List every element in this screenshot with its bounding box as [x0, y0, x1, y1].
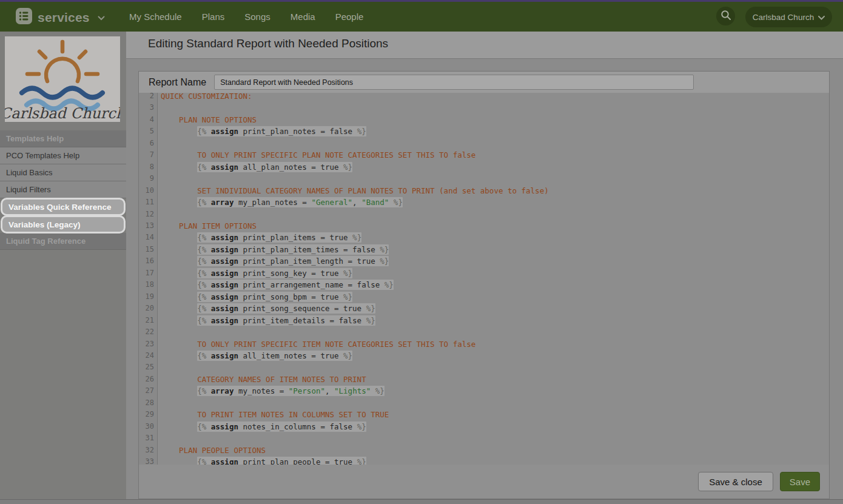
line-number: 12: [139, 209, 158, 220]
report-panel: Report Name 2QUICK CUSTOMIZATION:34 PLAN…: [138, 71, 830, 499]
code-line: 7 TO ONLY PRINT SPECIFIC PLAN NOTE CATEG…: [139, 149, 829, 161]
code-text: SET INDIVIDUAL CATEGORY NAMES OF PLAN NO…: [158, 185, 549, 197]
save-and-close-button[interactable]: Save & close: [698, 472, 773, 491]
sidebar-menu: Templates HelpPCO Templates HelpLiquid B…: [0, 130, 126, 250]
brand[interactable]: services: [16, 8, 105, 27]
code-line: 23 TO ONLY PRINT SPECIFIC ITEM NOTE CATE…: [139, 338, 829, 350]
report-name-input[interactable]: [214, 75, 694, 90]
search-button[interactable]: [716, 7, 735, 25]
code-line: 15 {% assign print_plan_item_times = fal…: [139, 244, 829, 255]
code-text: {% assign print_song_sequence = true %}: [158, 303, 375, 314]
line-number: 11: [139, 197, 158, 208]
code-line: 20 {% assign print_song_sequence = true …: [139, 303, 829, 314]
code-text: {% assign print_song_bpm = true %}: [158, 291, 352, 303]
code-line: 2QUICK CUSTOMIZATION:: [139, 93, 829, 102]
code-line: 28: [139, 397, 829, 409]
church-logo: Carlsbad Church: [5, 36, 120, 122]
sidebar-item-liquid-basics[interactable]: Liquid Basics: [0, 164, 126, 181]
code-text: {% array my_plan_notes = "General", "Ban…: [158, 197, 403, 208]
code-line: 8 {% assign all_plan_notes = true %}: [139, 161, 829, 173]
services-list-icon: [16, 8, 32, 27]
code-line: 32 PLAN PEOPLE OPTIONS: [139, 445, 829, 456]
code-text: [158, 432, 161, 444]
line-number: 18: [139, 279, 158, 291]
report-name-bar: Report Name: [139, 72, 829, 93]
code-text: [158, 138, 161, 149]
line-number: 3: [139, 102, 158, 113]
line-number: 8: [139, 161, 158, 173]
code-text: {% array my_notes = "Person", "Lights" %…: [158, 385, 385, 397]
code-line: 16 {% assign print_plan_item_length = tr…: [139, 255, 829, 267]
code-text: [158, 397, 161, 409]
nav-item-media[interactable]: Media: [291, 12, 315, 22]
line-number: 10: [139, 185, 158, 197]
sidebar: Carlsbad Church Templates HelpPCO Templa…: [0, 32, 126, 504]
code-line: 17 {% assign print_song_key = true %}: [139, 267, 829, 279]
line-number: 28: [139, 397, 158, 409]
page-title: Editing Standard Report with Needed Posi…: [148, 37, 388, 50]
line-number: 14: [139, 232, 158, 243]
line-number: 21: [139, 315, 158, 326]
sidebar-item-pco-templates-help[interactable]: PCO Templates Help: [0, 147, 126, 164]
sidebar-item-variables-legacy[interactable]: Variables (Legacy): [1, 215, 126, 234]
sidebar-item-templates-help: Templates Help: [0, 130, 126, 147]
line-number: 9: [139, 173, 158, 184]
line-number: 33: [139, 456, 158, 465]
line-number: 19: [139, 291, 158, 303]
code-text: [158, 173, 161, 184]
code-line: 33 {% assign print_plan_people = true %}: [139, 456, 829, 465]
code-line: 22: [139, 326, 829, 338]
code-line: 21 {% assign print_item_details = false …: [139, 315, 829, 326]
code-lines: 2QUICK CUSTOMIZATION:34 PLAN NOTE OPTION…: [139, 93, 829, 465]
org-switcher[interactable]: Carlsbad Church: [745, 7, 832, 27]
code-line: 5 {% assign print_plan_notes = false %}: [139, 126, 829, 137]
code-text: QUICK CUSTOMIZATION:: [158, 93, 252, 102]
code-text: {% assign print_plan_notes = false %}: [158, 126, 366, 137]
line-number: 7: [139, 149, 158, 161]
sidebar-item-variables-quick-reference[interactable]: Variables Quick Reference: [1, 198, 126, 216]
nav-item-plans[interactable]: Plans: [202, 12, 225, 22]
nav-item-my-schedule[interactable]: My Schedule: [129, 12, 182, 22]
line-number: 32: [139, 445, 158, 456]
bottom-strip: [0, 499, 843, 504]
line-number: 29: [139, 409, 158, 420]
code-text: [158, 209, 161, 220]
code-line: 26 CATEGORY NAMES OF ITEM NOTES TO PRINT: [139, 374, 829, 385]
sidebar-item-liquid-tag-reference: Liquid Tag Reference: [0, 233, 126, 250]
code-text: {% assign print_plan_people = true %}: [158, 456, 366, 465]
code-text: TO ONLY PRINT SPECIFIC ITEM NOTE CATEGOR…: [158, 338, 475, 350]
brand-chevron-down-icon[interactable]: [98, 12, 105, 23]
code-text: TO ONLY PRINT SPECIFIC PLAN NOTE CATEGOR…: [158, 149, 475, 161]
line-number: 13: [139, 220, 158, 232]
code-text: {% assign print_plan_item_times = false …: [158, 244, 389, 255]
nav-item-people[interactable]: People: [335, 12, 364, 22]
save-button[interactable]: Save: [780, 472, 820, 491]
code-editor[interactable]: 2QUICK CUSTOMIZATION:34 PLAN NOTE OPTION…: [139, 93, 829, 465]
org-chevron-down-icon: [818, 13, 825, 22]
line-number: 17: [139, 267, 158, 279]
svg-text:Carlsbad Church: Carlsbad Church: [5, 105, 120, 122]
line-number: 31: [139, 432, 158, 444]
line-number: 4: [139, 114, 158, 126]
search-icon: [720, 10, 731, 23]
code-text: {% assign all_item_notes = true %}: [158, 350, 352, 361]
code-line: 14 {% assign print_plan_items = true %}: [139, 232, 829, 243]
code-text: PLAN NOTE OPTIONS: [158, 114, 257, 126]
code-text: {% assign print_plan_item_length = true …: [158, 255, 389, 267]
code-line: 29 TO PRINT ITEM NOTES IN COLUMNS SET TO…: [139, 409, 829, 420]
code-text: {% assign all_plan_notes = true %}: [158, 161, 352, 173]
code-line: 18 {% assign print_arrangement_name = fa…: [139, 279, 829, 291]
code-text: {% assign print_plan_items = true %}: [158, 232, 361, 243]
line-number: 5: [139, 126, 158, 137]
sidebar-item-liquid-filters[interactable]: Liquid Filters: [0, 181, 126, 198]
code-line: 24 {% assign all_item_notes = true %}: [139, 350, 829, 361]
code-line: 12: [139, 209, 829, 220]
report-name-label: Report Name: [149, 77, 206, 88]
code-text: [158, 102, 161, 113]
line-number: 15: [139, 244, 158, 255]
main-nav: My SchedulePlansSongsMediaPeople: [129, 2, 363, 32]
code-line: 9: [139, 173, 829, 184]
nav-item-songs[interactable]: Songs: [244, 12, 270, 22]
line-number: 6: [139, 138, 158, 149]
line-number: 2: [139, 93, 158, 102]
